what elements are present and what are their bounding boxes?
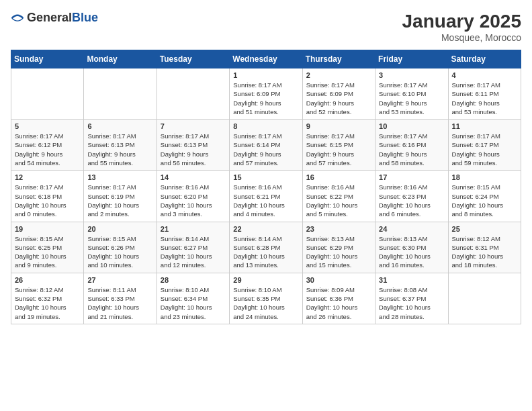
day-info: Sunrise: 8:12 AM Sunset: 6:32 PM Dayligh… [15,285,80,321]
day-number: 5 [15,122,80,130]
calendar-day-cell: 26Sunrise: 8:12 AM Sunset: 6:32 PM Dayli… [11,273,84,324]
day-number: 10 [379,122,444,130]
calendar-day-cell: 20Sunrise: 8:15 AM Sunset: 6:26 PM Dayli… [84,222,157,273]
day-number: 23 [306,225,371,233]
day-info: Sunrise: 8:17 AM Sunset: 6:09 PM Dayligh… [306,81,371,116]
month-year: January 2025 [402,11,521,32]
calendar-day-cell: 17Sunrise: 8:16 AM Sunset: 6:23 PM Dayli… [375,171,448,222]
logo-icon [11,11,24,25]
calendar-week-row: 1Sunrise: 8:17 AM Sunset: 6:09 PM Daylig… [11,68,521,120]
day-info: Sunrise: 8:17 AM Sunset: 6:10 PM Dayligh… [379,81,444,116]
day-number: 6 [87,122,152,130]
day-number: 11 [452,122,517,130]
day-info: Sunrise: 8:17 AM Sunset: 6:13 PM Dayligh… [161,132,226,167]
calendar-day-cell: 11Sunrise: 8:17 AM Sunset: 6:17 PM Dayli… [448,120,521,171]
weekday-header: Sunday [11,50,84,68]
day-number: 26 [15,276,80,284]
logo: GeneralBlue [11,11,98,25]
logo-general: GeneralBlue [27,11,98,25]
calendar-week-row: 19Sunrise: 8:15 AM Sunset: 6:25 PM Dayli… [11,222,521,273]
day-info: Sunrise: 8:17 AM Sunset: 6:13 PM Dayligh… [87,132,152,167]
day-number: 25 [452,225,517,233]
day-info: Sunrise: 8:17 AM Sunset: 6:15 PM Dayligh… [306,132,371,167]
weekday-header: Wednesday [230,50,302,68]
day-number: 31 [379,276,444,284]
day-number: 19 [15,225,80,233]
calendar-day-cell: 7Sunrise: 8:17 AM Sunset: 6:13 PM Daylig… [157,120,229,171]
calendar-week-row: 12Sunrise: 8:17 AM Sunset: 6:18 PM Dayli… [11,171,521,222]
day-info: Sunrise: 8:17 AM Sunset: 6:16 PM Dayligh… [379,132,444,167]
calendar-day-cell: 24Sunrise: 8:13 AM Sunset: 6:30 PM Dayli… [375,222,448,273]
calendar-day-cell: 2Sunrise: 8:17 AM Sunset: 6:09 PM Daylig… [302,68,375,120]
day-info: Sunrise: 8:15 AM Sunset: 6:24 PM Dayligh… [452,183,517,218]
day-info: Sunrise: 8:16 AM Sunset: 6:22 PM Dayligh… [306,183,371,218]
calendar-week-row: 5Sunrise: 8:17 AM Sunset: 6:12 PM Daylig… [11,120,521,171]
day-number: 20 [87,225,152,233]
calendar-day-cell: 14Sunrise: 8:16 AM Sunset: 6:20 PM Dayli… [157,171,229,222]
calendar-day-cell: 22Sunrise: 8:14 AM Sunset: 6:28 PM Dayli… [230,222,302,273]
day-number: 17 [379,173,444,181]
calendar-day-cell: 10Sunrise: 8:17 AM Sunset: 6:16 PM Dayli… [375,120,448,171]
weekday-header: Monday [84,50,157,68]
day-number: 1 [233,71,298,79]
day-info: Sunrise: 8:08 AM Sunset: 6:37 PM Dayligh… [379,285,444,321]
day-info: Sunrise: 8:17 AM Sunset: 6:19 PM Dayligh… [87,183,152,218]
day-number: 24 [379,225,444,233]
day-info: Sunrise: 8:15 AM Sunset: 6:26 PM Dayligh… [87,234,152,270]
calendar-day-cell: 25Sunrise: 8:12 AM Sunset: 6:31 PM Dayli… [448,222,521,273]
calendar-day-cell: 1Sunrise: 8:17 AM Sunset: 6:09 PM Daylig… [230,68,302,120]
calendar-day-cell [157,68,229,120]
weekday-header: Saturday [448,50,521,68]
day-info: Sunrise: 8:17 AM Sunset: 6:09 PM Dayligh… [233,81,298,116]
calendar-day-cell: 15Sunrise: 8:16 AM Sunset: 6:21 PM Dayli… [230,171,302,222]
day-info: Sunrise: 8:13 AM Sunset: 6:30 PM Dayligh… [379,234,444,270]
weekday-header: Tuesday [157,50,229,68]
calendar-day-cell [448,273,521,324]
day-info: Sunrise: 8:14 AM Sunset: 6:27 PM Dayligh… [161,234,226,270]
day-number: 4 [452,71,517,79]
day-info: Sunrise: 8:17 AM Sunset: 6:18 PM Dayligh… [15,183,80,218]
calendar-day-cell: 27Sunrise: 8:11 AM Sunset: 6:33 PM Dayli… [84,273,157,324]
calendar-day-cell: 3Sunrise: 8:17 AM Sunset: 6:10 PM Daylig… [375,68,448,120]
location: Mosquee, Morocco [402,32,521,43]
calendar-day-cell [84,68,157,120]
calendar-week-row: 26Sunrise: 8:12 AM Sunset: 6:32 PM Dayli… [11,273,521,324]
calendar-day-cell: 9Sunrise: 8:17 AM Sunset: 6:15 PM Daylig… [302,120,375,171]
calendar-day-cell: 29Sunrise: 8:10 AM Sunset: 6:35 PM Dayli… [230,273,302,324]
day-info: Sunrise: 8:17 AM Sunset: 6:14 PM Dayligh… [233,132,298,167]
day-number: 7 [161,122,226,130]
day-info: Sunrise: 8:17 AM Sunset: 6:11 PM Dayligh… [452,81,517,116]
weekday-header-row: SundayMondayTuesdayWednesdayThursdayFrid… [11,50,521,68]
day-number: 13 [87,173,152,181]
day-info: Sunrise: 8:10 AM Sunset: 6:35 PM Dayligh… [233,285,298,321]
day-number: 12 [15,173,80,181]
day-info: Sunrise: 8:11 AM Sunset: 6:33 PM Dayligh… [87,285,152,321]
day-info: Sunrise: 8:12 AM Sunset: 6:31 PM Dayligh… [452,234,517,270]
day-number: 2 [306,71,371,79]
day-info: Sunrise: 8:09 AM Sunset: 6:36 PM Dayligh… [306,285,371,321]
day-info: Sunrise: 8:16 AM Sunset: 6:21 PM Dayligh… [233,183,298,218]
day-info: Sunrise: 8:16 AM Sunset: 6:20 PM Dayligh… [161,183,226,218]
calendar-day-cell: 4Sunrise: 8:17 AM Sunset: 6:11 PM Daylig… [448,68,521,120]
day-info: Sunrise: 8:16 AM Sunset: 6:23 PM Dayligh… [379,183,444,218]
day-number: 3 [379,71,444,79]
weekday-header: Thursday [302,50,375,68]
calendar-day-cell: 13Sunrise: 8:17 AM Sunset: 6:19 PM Dayli… [84,171,157,222]
day-number: 29 [233,276,298,284]
calendar-day-cell: 30Sunrise: 8:09 AM Sunset: 6:36 PM Dayli… [302,273,375,324]
day-number: 18 [452,173,517,181]
day-number: 14 [161,173,226,181]
calendar-day-cell: 5Sunrise: 8:17 AM Sunset: 6:12 PM Daylig… [11,120,84,171]
day-info: Sunrise: 8:13 AM Sunset: 6:29 PM Dayligh… [306,234,371,270]
title-block: January 2025 Mosquee, Morocco [402,11,521,43]
day-info: Sunrise: 8:14 AM Sunset: 6:28 PM Dayligh… [233,234,298,270]
calendar-day-cell: 16Sunrise: 8:16 AM Sunset: 6:22 PM Dayli… [302,171,375,222]
calendar-day-cell [11,68,84,120]
calendar-day-cell: 23Sunrise: 8:13 AM Sunset: 6:29 PM Dayli… [302,222,375,273]
calendar-table: SundayMondayTuesdayWednesdayThursdayFrid… [11,50,521,324]
calendar-day-cell: 21Sunrise: 8:14 AM Sunset: 6:27 PM Dayli… [157,222,229,273]
day-number: 21 [161,225,226,233]
day-number: 22 [233,225,298,233]
day-info: Sunrise: 8:15 AM Sunset: 6:25 PM Dayligh… [15,234,80,270]
calendar-day-cell: 8Sunrise: 8:17 AM Sunset: 6:14 PM Daylig… [230,120,302,171]
